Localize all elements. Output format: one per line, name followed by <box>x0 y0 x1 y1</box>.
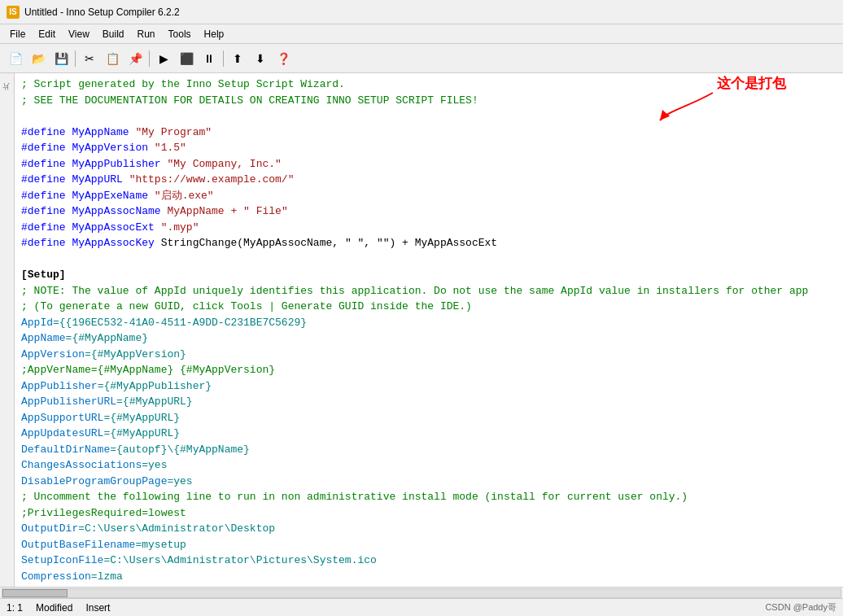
code-line: OutputBaseFilename=mysetup <box>21 537 836 553</box>
code-line: Compression=lzma <box>21 569 836 585</box>
status-left: 1: 1 Modified Insert <box>7 602 110 614</box>
menu-item-file[interactable]: File <box>3 27 32 42</box>
code-line: DisableProgramGroupPage=yes <box>21 474 836 490</box>
code-line: ;AppVerName={#MyAppName} {#MyAppVersion} <box>21 362 836 378</box>
code-line: #define MyAppAssocKey StringChange(MyApp… <box>21 235 836 251</box>
sep2 <box>149 50 150 67</box>
title-bar: IS Untitled - Inno Setup Compiler 6.2.2 <box>0 0 843 24</box>
code-line: OutputDir=C:\Users\Administrator\Desktop <box>21 521 836 537</box>
status-bar: 1: 1 Modified Insert CSDN @Paddy哥 <box>0 598 843 616</box>
hscroll-thumb[interactable] <box>2 589 68 597</box>
window-title: Untitled - Inno Setup Compiler 6.2.2 <box>24 7 180 18</box>
menu-bar: FileEditViewBuildRunToolsHelp <box>0 24 843 44</box>
code-line: [Setup] <box>21 267 836 283</box>
menu-item-edit[interactable]: Edit <box>32 27 62 42</box>
code-line: AppPublisherURL={#MyAppURL} <box>21 394 836 410</box>
menu-item-tools[interactable]: Tools <box>162 27 198 42</box>
code-line: #define MyAppExeName "启动.exe" <box>21 188 836 204</box>
horizontal-scrollbar[interactable] <box>0 587 843 598</box>
code-line: ;PrivilegesRequired=lowest <box>21 505 836 522</box>
code-line: ; NOTE: The value of AppId uniquely iden… <box>21 283 836 299</box>
code-line: #define MyAppPublisher "My Company, Inc.… <box>21 156 836 173</box>
code-line: #define MyAppName "My Program" <box>21 125 836 141</box>
sidebar: 资 片 <box>0 73 15 587</box>
help-toolbar-btn[interactable]: ❓ <box>273 48 294 69</box>
app-icon: IS <box>7 6 20 19</box>
code-line: AppSupportURL={#MyAppURL} <box>21 410 836 426</box>
code-line: AppVersion={#MyAppVersion} <box>21 347 836 363</box>
run-toolbar-btn[interactable]: ▶ <box>153 48 174 69</box>
export1-toolbar-btn[interactable]: ⬆ <box>227 48 248 69</box>
code-line: AppId={{196EC532-41A0-4511-A9DD-C231BE7C… <box>21 315 836 331</box>
code-line: AppUpdatesURL={#MyAppURL} <box>21 426 836 442</box>
paste-toolbar-btn[interactable]: 📌 <box>124 48 146 69</box>
new-toolbar-btn[interactable]: 📄 <box>5 48 26 69</box>
code-line: ; Uncomment the following line to run in… <box>21 489 836 505</box>
open-toolbar-btn[interactable]: 📂 <box>28 48 49 69</box>
code-line: ; (To generate a new GUID, click Tools |… <box>21 299 836 315</box>
code-line: ; SEE THE DOCUMENTATION FOR DETAILS ON C… <box>21 93 836 109</box>
edit-mode: Insert <box>85 602 110 614</box>
code-line: ChangesAssociations=yes <box>21 457 836 474</box>
modified-status: Modified <box>36 602 72 614</box>
toolbar: 📄📂💾✂📋📌▶⬛⏸⬆⬇❓ <box>0 44 843 73</box>
code-line: ; Script generated by the Inno Setup Scr… <box>21 76 836 93</box>
code-line: DefaultDirName={autopf}\{#MyAppName} <box>21 442 836 458</box>
stop-toolbar-btn[interactable]: ⬛ <box>176 48 197 69</box>
sep3 <box>223 50 224 67</box>
code-line: #define MyAppAssocExt ".myp" <box>21 220 836 236</box>
code-line: #define MyAppURL "https://www.example.co… <box>21 172 836 188</box>
code-line: SolidCompression=yes <box>21 584 836 587</box>
sep1 <box>75 50 76 67</box>
code-line <box>21 108 836 125</box>
pause-toolbar-btn[interactable]: ⏸ <box>199 48 220 69</box>
code-line: #define MyAppVersion "1.5" <box>21 140 836 156</box>
code-line: #define MyAppAssocName MyAppName + " Fil… <box>21 203 836 220</box>
status-right: CSDN @Paddy哥 <box>765 601 836 614</box>
code-line: SetupIconFile=C:\Users\Administrator\Pic… <box>21 553 836 569</box>
code-line <box>21 251 836 268</box>
cursor-position: 1: 1 <box>7 602 23 614</box>
save-toolbar-btn[interactable]: 💾 <box>50 48 72 69</box>
menu-item-build[interactable]: Build <box>96 27 131 42</box>
cut-toolbar-btn[interactable]: ✂ <box>79 48 100 69</box>
main-area: 资 片 ; Script generated by the Inno Setup… <box>0 73 843 587</box>
code-line: AppPublisher={#MyAppPublisher} <box>21 378 836 395</box>
copy-toolbar-btn[interactable]: 📋 <box>102 48 123 69</box>
code-line: AppName={#MyAppName} <box>21 330 836 347</box>
menu-item-help[interactable]: Help <box>198 27 231 42</box>
hscroll-track[interactable] <box>2 588 841 598</box>
editor[interactable]: ; Script generated by the Inno Setup Scr… <box>15 73 843 587</box>
export2-toolbar-btn[interactable]: ⬇ <box>250 48 271 69</box>
menu-item-run[interactable]: Run <box>131 27 162 42</box>
menu-item-view[interactable]: View <box>62 27 96 42</box>
